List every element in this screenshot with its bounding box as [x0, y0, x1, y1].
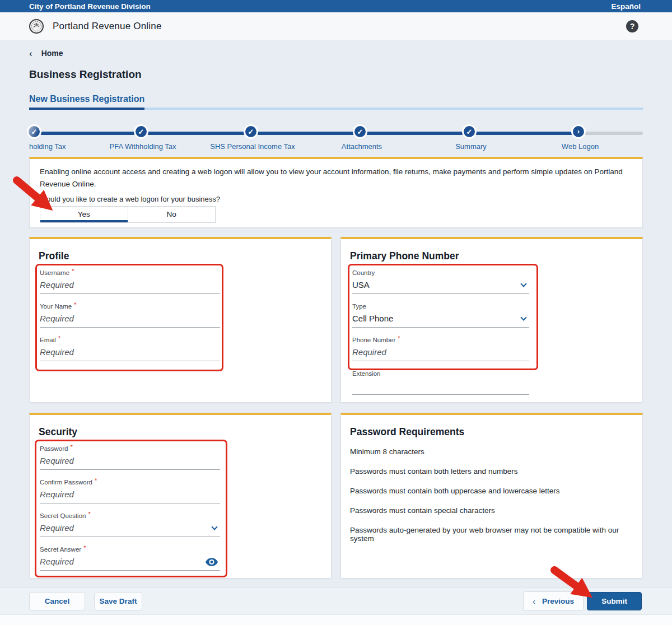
- extension-input[interactable]: [352, 378, 529, 395]
- site-title: City of Portland Revenue Division: [29, 2, 151, 11]
- chevron-right-icon: ›: [577, 127, 580, 136]
- top-bar: City of Portland Revenue Division Españo…: [0, 0, 672, 12]
- phone-number-field-group: Phone Number*: [352, 337, 529, 361]
- portland-seal-logo: [29, 19, 44, 34]
- bottom-strip: [0, 615, 672, 625]
- secret-question-value: Required: [40, 523, 74, 533]
- password-requirement-item: Minimum 8 characters: [350, 447, 633, 457]
- chevron-down-icon: [211, 524, 217, 530]
- progress-stepper: ✓ ✓ ✓ ✓ ✓ › holding Tax PFA Withholding …: [29, 119, 643, 151]
- secret-answer-input[interactable]: [40, 554, 206, 570]
- username-input[interactable]: [40, 277, 220, 294]
- country-value: USA: [352, 280, 370, 290]
- stepper-track-complete: [36, 132, 580, 135]
- password-requirement-item: Passwords must contain both uppercase an…: [350, 487, 633, 496]
- check-icon: ✓: [248, 128, 254, 136]
- previous-button-label: Previous: [542, 597, 574, 605]
- no-button[interactable]: No: [128, 207, 216, 222]
- your-name-field-group: Your Name*: [40, 303, 220, 328]
- phone-type-label: Type: [352, 303, 366, 310]
- email-label: Email: [40, 337, 56, 343]
- web-logon-intro-panel: Enabling online account access and creat…: [29, 157, 643, 228]
- required-asterisk: *: [88, 511, 90, 517]
- security-card: Security Password* Confirm Password* Sec…: [29, 413, 332, 579]
- username-field-group: Username*: [40, 269, 220, 294]
- primary-phone-heading: Primary Phone Number: [350, 250, 633, 263]
- check-icon: ✓: [357, 128, 363, 136]
- tab-row: New Business Registration: [29, 93, 643, 110]
- confirm-password-input[interactable]: [40, 487, 220, 503]
- app-title: Portland Revenue Online: [53, 21, 162, 32]
- step-label-attachments[interactable]: Attachments: [342, 142, 382, 151]
- profile-card: Profile Username* Your Name* Email*: [29, 237, 332, 403]
- password-requirements-heading: Password Requirements: [350, 426, 633, 439]
- step-node-shs-personal-income-tax[interactable]: ✓: [244, 124, 258, 139]
- security-heading: Security: [39, 426, 322, 439]
- step-node-pfa-withholding-tax[interactable]: ✓: [134, 124, 148, 139]
- required-asterisk: *: [71, 444, 73, 450]
- phone-type-value: Cell Phone: [352, 314, 393, 323]
- required-asterisk: *: [72, 268, 74, 274]
- intro-description: Enabling online account access and creat…: [40, 166, 627, 190]
- secret-question-label: Secret Question: [40, 512, 86, 519]
- required-asterisk: *: [74, 301, 76, 308]
- chevron-left-icon: ‹: [533, 596, 535, 606]
- phone-number-label: Phone Number: [352, 337, 395, 343]
- step-node-summary[interactable]: ✓: [462, 124, 477, 139]
- secret-question-select[interactable]: Required: [40, 520, 220, 537]
- extension-label: Extension: [352, 370, 381, 377]
- password-label: Password: [40, 445, 68, 452]
- step-label-withholding-tax[interactable]: holding Tax: [29, 142, 66, 151]
- language-link[interactable]: Español: [611, 2, 641, 11]
- check-icon: ✓: [138, 128, 144, 136]
- chevron-down-icon: [520, 314, 526, 320]
- breadcrumb[interactable]: ‹ Home: [29, 47, 643, 59]
- step-node-withholding-tax[interactable]: ✓: [27, 124, 41, 139]
- footer-action-bar: Cancel Save Draft ‹ Previous Submit: [0, 587, 672, 615]
- step-label-web-logon[interactable]: Web Logon: [562, 142, 599, 151]
- check-icon: ✓: [31, 128, 38, 136]
- step-label-shs-personal-income-tax[interactable]: SHS Personal Income Tax: [210, 142, 295, 151]
- yes-button[interactable]: Yes: [40, 207, 128, 222]
- confirm-password-label: Confirm Password: [40, 479, 92, 486]
- country-label: Country: [352, 269, 375, 276]
- password-requirements-list: Minimum 8 characters Passwords must cont…: [350, 447, 633, 535]
- required-asterisk: *: [398, 335, 400, 342]
- required-asterisk: *: [95, 477, 97, 484]
- your-name-input[interactable]: [40, 311, 220, 328]
- tab-new-business-registration[interactable]: New Business Registration: [29, 94, 144, 110]
- extension-field-group: Extension: [352, 370, 529, 395]
- country-select[interactable]: USA: [352, 277, 529, 294]
- password-requirements-card: Password Requirements Minimum 8 characte…: [340, 413, 643, 579]
- country-field-group: Country USA: [352, 269, 529, 294]
- show-password-eye-icon[interactable]: [206, 558, 218, 566]
- help-icon[interactable]: ?: [626, 20, 638, 32]
- secret-answer-field-group: Secret Answer*: [40, 546, 220, 571]
- previous-button[interactable]: ‹ Previous: [523, 591, 584, 611]
- create-logon-question: Would you like to create a web logon for…: [40, 195, 632, 203]
- phone-number-input[interactable]: [352, 344, 529, 361]
- secret-answer-label: Secret Answer: [40, 546, 81, 553]
- submit-button[interactable]: Submit: [587, 592, 642, 610]
- password-field-group: Password*: [40, 445, 220, 470]
- step-label-pfa-withholding-tax[interactable]: PFA Withholding Tax: [110, 142, 176, 151]
- step-node-attachments[interactable]: ✓: [353, 124, 367, 139]
- password-requirement-item: Passwords must contain both letters and …: [350, 467, 633, 477]
- check-icon: ✓: [466, 128, 473, 136]
- form-grid: Profile Username* Your Name* Email* Prim…: [29, 237, 643, 579]
- step-label-summary[interactable]: Summary: [455, 142, 487, 151]
- password-requirement-item: Passwords must contain special character…: [350, 506, 633, 516]
- username-label: Username: [40, 269, 69, 276]
- save-draft-button[interactable]: Save Draft: [94, 592, 142, 610]
- password-input[interactable]: [40, 453, 220, 470]
- phone-type-select[interactable]: Cell Phone: [352, 311, 529, 328]
- confirm-password-field-group: Confirm Password*: [40, 479, 220, 503]
- step-node-web-logon[interactable]: ›: [571, 124, 586, 139]
- primary-phone-card: Primary Phone Number Country USA Type Ce…: [340, 237, 643, 403]
- cancel-button[interactable]: Cancel: [29, 592, 85, 610]
- phone-type-field-group: Type Cell Phone: [352, 303, 529, 328]
- your-name-label: Your Name: [40, 303, 72, 310]
- required-asterisk: *: [58, 335, 60, 342]
- app-header: Portland Revenue Online ?: [0, 12, 672, 40]
- email-input[interactable]: [40, 344, 220, 361]
